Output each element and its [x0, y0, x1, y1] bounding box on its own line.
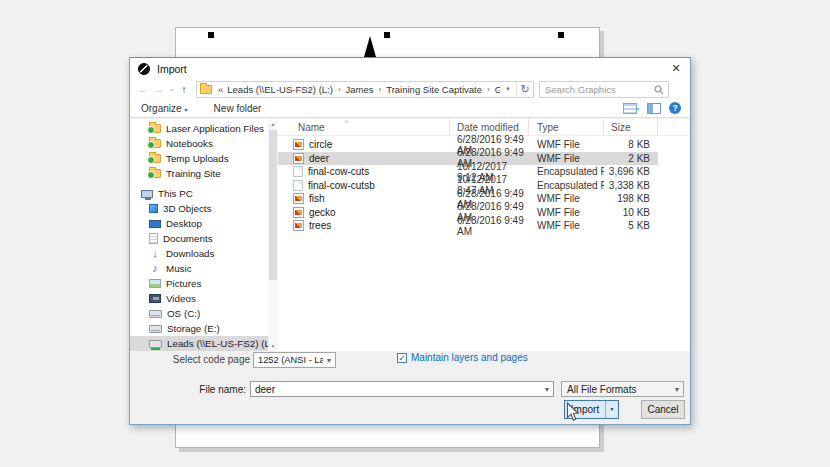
breadcrumb-separator-icon[interactable]: ›	[484, 85, 493, 94]
file-name-cell: final-cow-cuts	[278, 166, 450, 177]
code-page-select[interactable]: 1252 (ANSI - Latin I) ▼	[253, 352, 336, 368]
app-icon	[138, 63, 150, 75]
file-row[interactable]: trees6/28/2016 9:49 AMWMF File5 KB	[278, 219, 658, 233]
selection-handle[interactable]	[558, 32, 564, 38]
chevron-down-icon: ▼	[671, 386, 683, 393]
folder-sync-icon	[149, 124, 161, 133]
file-name-text: fish	[309, 193, 325, 204]
up-icon[interactable]: ↑	[176, 83, 192, 95]
code-page-value: 1252 (ANSI - Latin I)	[254, 355, 323, 365]
eps-file-icon	[293, 166, 303, 177]
search-input[interactable]	[540, 82, 668, 97]
breadcrumb-item[interactable]: James	[344, 84, 376, 95]
sidebar-item-3d-objects[interactable]: 3D Objects	[130, 201, 268, 216]
preview-pane-icon[interactable]	[647, 103, 661, 114]
file-size-cell: 5 KB	[604, 220, 658, 231]
file-name-input[interactable]	[251, 384, 541, 395]
file-type-cell: WMF File	[529, 139, 604, 150]
sidebar-item-temp-uploads[interactable]: Temp Uploads	[130, 151, 268, 166]
chevron-down-icon[interactable]: ▼	[541, 386, 553, 393]
sidebar-item-notebooks[interactable]: Notebooks	[130, 136, 268, 151]
breadcrumb-separator-icon[interactable]: ›	[376, 85, 385, 94]
sidebar-item-label: Laser Application Files	[166, 123, 264, 134]
file-name-combo[interactable]: ▼	[250, 381, 554, 397]
import-options-chevron-icon[interactable]: ▼	[605, 401, 618, 418]
sidebar-item-label: Notebooks	[166, 138, 213, 149]
sidebar-item-laser-application-files[interactable]: Laser Application Files	[130, 121, 268, 136]
chevron-down-icon: ▼	[323, 357, 335, 364]
forward-icon[interactable]: →	[151, 83, 167, 95]
sidebar-item-music[interactable]: ♪Music	[130, 261, 268, 276]
organize-button[interactable]: Organize▾	[141, 103, 188, 114]
address-box[interactable]: «Leads (\\EL-US-FS2) (L:)›James›Training…	[196, 81, 534, 98]
file-name-text: trees	[309, 220, 331, 231]
dialog-titlebar[interactable]: Import ✕	[130, 58, 690, 79]
scroll-up-icon[interactable]: ▲	[268, 119, 278, 129]
dialog-toolbar: Organize▾ New folder ▾ ?	[130, 99, 690, 118]
file-name-cell: gecko	[278, 207, 450, 218]
breadcrumb-item[interactable]: Training Site Captivate	[384, 84, 484, 95]
sidebar-item-pictures[interactable]: Pictures	[130, 276, 268, 291]
column-header-name[interactable]: ^ Name	[278, 119, 450, 135]
sidebar-item-label: Documents	[163, 233, 213, 244]
breadcrumb-item[interactable]: Leads (\\EL-US-FS2) (L:)	[225, 84, 335, 95]
refresh-icon[interactable]: ↻	[516, 81, 533, 98]
maintain-layers-checkbox[interactable]: ✓	[397, 353, 407, 363]
import-button-label: Import	[565, 401, 605, 418]
file-name-cell: deer	[278, 153, 450, 164]
pc-icon	[141, 190, 153, 198]
breadcrumb-overflow-chevron-icon[interactable]: «	[216, 84, 225, 95]
folder-sync-icon	[149, 139, 161, 148]
sidebar-item-label: This PC	[158, 188, 193, 199]
sidebar-item-training-site[interactable]: Training Site	[130, 166, 268, 181]
sidebar-item-documents[interactable]: Documents	[130, 231, 268, 246]
help-icon[interactable]: ?	[669, 102, 681, 114]
selection-handle[interactable]	[384, 32, 390, 38]
file-rows: circle6/28/2016 9:49 AMWMF File8 KBdeer6…	[278, 138, 658, 233]
back-icon[interactable]: ←	[135, 83, 151, 95]
search-box[interactable]	[539, 81, 669, 98]
sidebar-item-this-pc[interactable]: This PC	[130, 186, 268, 201]
sidebar-item-label: 3D Objects	[163, 203, 211, 214]
file-type-cell: WMF File	[529, 193, 604, 204]
file-list-pane: ^ Name Date modified Type Size circle6/2…	[278, 119, 690, 351]
selection-handle[interactable]	[208, 32, 214, 38]
address-dropdown-chevron-icon[interactable]: ▼	[500, 86, 516, 92]
sidebar-item-desktop[interactable]: Desktop	[130, 216, 268, 231]
sidebar-item-storage-e[interactable]: Storage (E:)	[130, 321, 268, 336]
sidebar-scrollbar[interactable]: ▲ ▼	[268, 119, 278, 351]
breadcrumb-item[interactable]: Graphics	[493, 84, 500, 95]
drive-net-icon	[149, 340, 162, 348]
view-mode-button[interactable]: ▾	[623, 103, 639, 114]
sidebar-item-leads-l[interactable]: Leads (\\EL-US-FS2) (L:)	[130, 336, 268, 351]
scroll-down-icon[interactable]: ▼	[268, 341, 278, 351]
navigation-pane: Laser Application FilesNotebooksTemp Upl…	[130, 119, 278, 351]
breadcrumb-separator-icon[interactable]: ›	[335, 85, 344, 94]
column-header-size[interactable]: Size	[604, 119, 658, 135]
drive-icon	[149, 325, 162, 333]
code-page-label: Select code page	[170, 354, 250, 365]
breadcrumb: «Leads (\\EL-US-FS2) (L:)›James›Training…	[216, 84, 500, 95]
music-icon: ♪	[149, 263, 161, 274]
sidebar-item-downloads[interactable]: ↓Downloads	[130, 246, 268, 261]
recent-locations-chevron-icon[interactable]: ▾	[167, 86, 176, 93]
import-button[interactable]: Import ▼	[564, 400, 619, 419]
file-name-cell: fish	[278, 193, 450, 204]
new-folder-button[interactable]: New folder	[214, 103, 262, 114]
file-name-text: final-cow-cutsb	[308, 180, 375, 191]
videos-icon	[149, 294, 161, 303]
scrollbar-thumb[interactable]	[269, 130, 277, 280]
file-size-cell: 198 KB	[604, 193, 658, 204]
close-icon[interactable]: ✕	[662, 62, 690, 75]
file-format-select[interactable]: All File Formats ▼	[561, 381, 684, 397]
column-header-type[interactable]: Type	[529, 119, 604, 135]
sidebar-item-videos[interactable]: Videos	[130, 291, 268, 306]
sidebar-item-os-c[interactable]: OS (C:)	[130, 306, 268, 321]
dialog-main: Laser Application FilesNotebooksTemp Upl…	[130, 119, 690, 351]
file-name-cell: circle	[278, 139, 450, 150]
cancel-button[interactable]: Cancel	[641, 400, 685, 419]
file-type-cell: Encapsulated Post...	[529, 166, 604, 177]
maintain-layers-label[interactable]: Maintain layers and pages	[411, 352, 528, 363]
chevron-down-icon: ▾	[636, 105, 639, 112]
column-header-date-modified[interactable]: Date modified	[450, 119, 529, 135]
